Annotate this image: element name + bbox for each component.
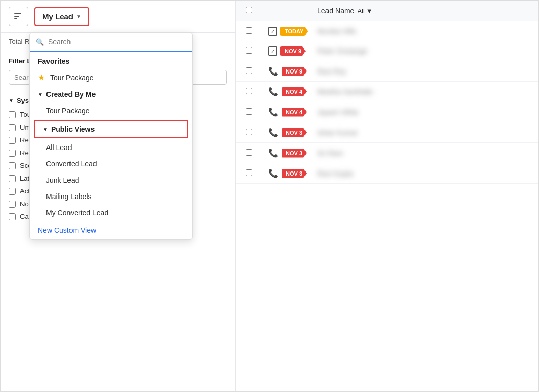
row-checkbox-col	[246, 108, 260, 116]
public-views-item[interactable]: Mailing Labels	[30, 188, 192, 205]
row-select-checkbox[interactable]	[246, 169, 252, 176]
chevron-down-icon: ▼	[76, 14, 81, 19]
filter-checkbox[interactable]	[9, 111, 16, 118]
lead-name-cell: Nicolas Hills	[317, 27, 528, 35]
lead-name-blurred: Meetha Santhalie	[317, 88, 373, 96]
table-row[interactable]: ✓ TODAY Nicolas Hills	[236, 21, 538, 41]
table-row[interactable]: 📞 NOV 3 Ishan Kumar	[236, 122, 538, 143]
filter-checkbox[interactable]	[9, 188, 16, 195]
row-icon-badge: 📞 NOV 4	[268, 107, 309, 117]
favorites-label: Favorites	[30, 52, 192, 68]
table-row[interactable]: 📞 NOV 9 Ravi Roy	[236, 61, 538, 82]
filter-checkbox[interactable]	[9, 213, 16, 220]
row-icon-badge: ✓ TODAY	[268, 27, 309, 36]
created-by-me-label: Created By Me	[46, 90, 96, 99]
search-icon: 🔍	[36, 38, 44, 46]
created-by-me-header[interactable]: ▼ Created By Me	[30, 86, 192, 103]
lead-name-blurred: Ishan Kumar	[317, 129, 358, 137]
row-select-checkbox[interactable]	[246, 108, 252, 115]
date-badge: NOV 4	[282, 108, 307, 117]
lead-name-blurred: Ravi Gupta	[317, 169, 353, 178]
row-checkbox-col	[246, 129, 260, 137]
lead-name-column-header: Lead Name All ▼	[317, 7, 528, 15]
filter-checkbox[interactable]	[9, 150, 16, 157]
table-row[interactable]: 📞 NOV 3 Ravi Gupta	[236, 163, 538, 184]
dropdown-search-bar: 🔍	[30, 33, 192, 52]
new-custom-view-link[interactable]: New Custom View	[30, 221, 192, 239]
row-select-checkbox[interactable]	[246, 27, 252, 34]
favorites-item-label: Tour Package	[50, 74, 94, 82]
toolbar: My Lead ▼ 🔍 Favorites ★ Tour Package ▼	[1, 1, 235, 33]
table-row[interactable]: 📞 NOV 4 Jayant Vithla	[236, 102, 538, 122]
filter-checkbox[interactable]	[9, 124, 16, 131]
select-all-checkbox[interactable]	[246, 7, 252, 13]
chevron-icon: ▼	[38, 92, 43, 97]
main-container: My Lead ▼ 🔍 Favorites ★ Tour Package ▼	[0, 0, 539, 392]
date-badge: NOV 9	[280, 46, 306, 56]
filter-button[interactable]	[9, 7, 28, 26]
row-select-checkbox[interactable]	[246, 67, 252, 74]
row-checkbox-col	[246, 149, 260, 157]
created-by-me-tour-package-item[interactable]: Tour Package	[30, 103, 192, 119]
lead-name-cell: Peter Onstange	[317, 47, 528, 55]
filter-checkbox[interactable]	[9, 201, 16, 208]
date-badge: NOV 3	[282, 169, 307, 178]
row-select-checkbox[interactable]	[246, 88, 252, 94]
favorites-tour-package-item[interactable]: ★ Tour Package	[30, 68, 192, 86]
table-row[interactable]: ✓ NOV 9 Peter Onstange	[236, 41, 538, 61]
row-checkbox-col	[246, 27, 260, 35]
date-badge: NOV 3	[282, 149, 307, 158]
row-select-checkbox[interactable]	[246, 149, 252, 156]
lead-name-blurred: Peter Onstange	[317, 47, 367, 55]
phone-icon: 📞	[268, 107, 278, 117]
date-badge: TODAY	[280, 27, 308, 36]
phone-icon: 📞	[268, 148, 278, 158]
list-header: Lead Name All ▼	[236, 1, 538, 21]
row-checkbox-col	[246, 47, 260, 55]
date-badge: NOV 3	[282, 128, 307, 137]
filter-checkbox[interactable]	[9, 162, 16, 169]
lead-name-blurred: Sri Ram	[317, 149, 343, 157]
public-views-item[interactable]: My Converted Lead	[30, 205, 192, 221]
row-select-checkbox[interactable]	[246, 129, 252, 135]
phone-icon: 📞	[268, 168, 278, 178]
dropdown-search-input[interactable]	[48, 38, 186, 46]
date-badge: NOV 4	[282, 87, 307, 96]
filter-checkbox[interactable]	[9, 175, 16, 182]
lead-name-cell: Ishan Kumar	[317, 129, 528, 137]
sidebar: My Lead ▼ 🔍 Favorites ★ Tour Package ▼	[1, 1, 236, 391]
row-checkbox-col	[246, 88, 260, 96]
row-icon-badge: 📞 NOV 3	[268, 168, 309, 178]
table-row[interactable]: 📞 NOV 4 Meetha Santhalie	[236, 82, 538, 102]
table-row[interactable]: 📞 NOV 3 Sri Ram	[236, 143, 538, 163]
lead-name-blurred: Ravi Roy	[317, 67, 346, 76]
lead-name-blurred: Nicolas Hills	[317, 27, 356, 35]
row-icon-badge: 📞 NOV 9	[268, 66, 309, 76]
chevron-icon: ▼	[43, 127, 48, 132]
leads-list: ✓ TODAY Nicolas Hills ✓ NOV 9 Peter Onst…	[236, 21, 538, 391]
row-icon-badge: 📞 NOV 4	[268, 87, 309, 96]
public-views-item[interactable]: Converted Lead	[30, 156, 192, 172]
date-badge: NOV 9	[282, 67, 307, 76]
chevron-down-icon: ▼	[366, 7, 373, 15]
row-checkbox-col	[246, 67, 260, 76]
public-views-item[interactable]: All Lead	[30, 139, 192, 156]
view-selector-button[interactable]: My Lead ▼	[34, 7, 89, 26]
lead-name-cell: Jayant Vithla	[317, 108, 528, 116]
filter-icon	[14, 13, 22, 20]
task-icon: ✓	[268, 27, 277, 36]
filter-checkbox[interactable]	[9, 137, 16, 144]
dropdown-content: Favorites ★ Tour Package ▼ Created By Me…	[30, 52, 192, 239]
lead-name-cell: Sri Ram	[317, 149, 528, 157]
lead-name-cell: Ravi Roy	[317, 67, 528, 76]
star-icon: ★	[38, 72, 45, 82]
all-filter-dropdown[interactable]: All ▼	[357, 7, 372, 15]
phone-icon: 📞	[268, 66, 278, 76]
public-views-header[interactable]: ▼ Public Views	[34, 120, 188, 138]
row-icon-badge: ✓ NOV 9	[268, 46, 309, 56]
row-select-checkbox[interactable]	[246, 47, 252, 54]
view-selector-label: My Lead	[42, 12, 73, 21]
all-label: All	[357, 7, 364, 15]
public-views-item[interactable]: Junk Lead	[30, 172, 192, 188]
chevron-icon: ▼	[9, 97, 14, 103]
